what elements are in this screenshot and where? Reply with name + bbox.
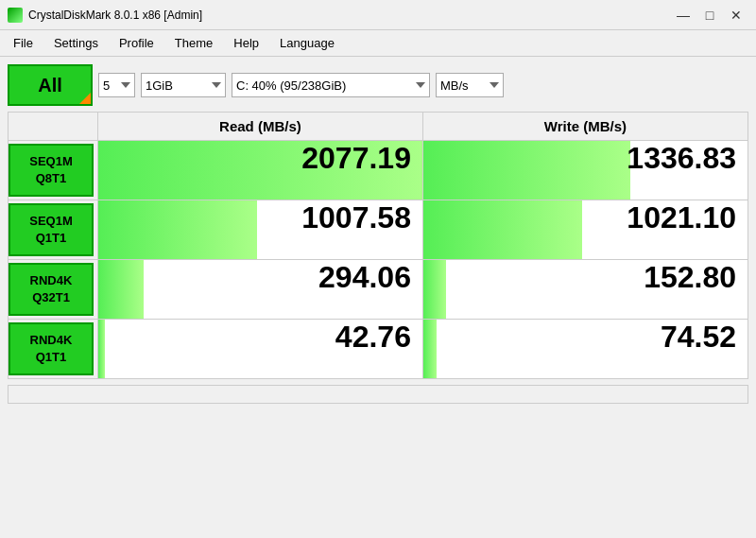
table-row: SEQ1MQ8T1 2077.19 1336.83 xyxy=(9,141,748,200)
count-dropdown[interactable]: 13510 xyxy=(98,73,135,97)
unit-dropdown[interactable]: MB/sGB/sIOPSμs xyxy=(436,73,504,97)
table-row: RND4KQ32T1 294.06 152.80 xyxy=(9,260,748,320)
row-label-2: RND4KQ32T1 xyxy=(9,260,98,320)
controls-row: All 13510 512MiB1GiB2GiB4GiB C: 40% (95/… xyxy=(8,64,748,106)
write-header: Write (MB/s) xyxy=(422,113,747,141)
menu-item-file[interactable]: File xyxy=(4,32,43,54)
drive-dropdown[interactable]: C: 40% (95/238GiB)D:E: xyxy=(232,73,430,97)
menu-item-theme[interactable]: Theme xyxy=(165,32,222,54)
status-bar xyxy=(8,385,748,404)
benchmark-table: Read (MB/s) Write (MB/s) SEQ1MQ8T1 2077.… xyxy=(8,112,748,379)
table-row: SEQ1MQ1T1 1007.58 1021.10 xyxy=(9,200,748,260)
row-label-0: SEQ1MQ8T1 xyxy=(9,141,98,200)
menu-bar: FileSettingsProfileThemeHelpLanguage xyxy=(0,30,756,57)
window-title: CrystalDiskMark 8.0.1 x86 [Admin] xyxy=(28,9,202,22)
maximize-button[interactable]: □ xyxy=(697,6,722,25)
read-header: Read (MB/s) xyxy=(97,113,422,141)
size-dropdown[interactable]: 512MiB1GiB2GiB4GiB xyxy=(141,73,226,97)
close-button[interactable]: ✕ xyxy=(724,6,748,25)
menu-item-help[interactable]: Help xyxy=(224,32,268,54)
read-cell-0: 2077.19 xyxy=(97,141,422,200)
all-button[interactable]: All xyxy=(8,64,93,106)
main-content: All 13510 512MiB1GiB2GiB4GiB C: 40% (95/… xyxy=(0,57,756,411)
minimize-button[interactable]: — xyxy=(671,6,696,25)
table-row: RND4KQ1T1 42.76 74.52 xyxy=(9,320,748,379)
read-cell-1: 1007.58 xyxy=(97,200,422,260)
menu-item-settings[interactable]: Settings xyxy=(44,32,108,54)
title-bar: CrystalDiskMark 8.0.1 x86 [Admin] — □ ✕ xyxy=(0,0,756,30)
read-cell-3: 42.76 xyxy=(97,320,422,379)
window-controls: — □ ✕ xyxy=(671,6,748,25)
write-cell-0: 1336.83 xyxy=(422,141,747,200)
row-label-3: RND4KQ1T1 xyxy=(9,320,98,379)
write-cell-2: 152.80 xyxy=(422,260,747,320)
menu-item-profile[interactable]: Profile xyxy=(110,32,163,54)
row-label-1: SEQ1MQ1T1 xyxy=(9,200,98,260)
menu-item-language[interactable]: Language xyxy=(270,32,344,54)
app-icon xyxy=(8,8,23,23)
read-cell-2: 294.06 xyxy=(97,260,422,320)
write-cell-1: 1021.10 xyxy=(422,200,747,260)
write-cell-3: 74.52 xyxy=(422,320,747,379)
